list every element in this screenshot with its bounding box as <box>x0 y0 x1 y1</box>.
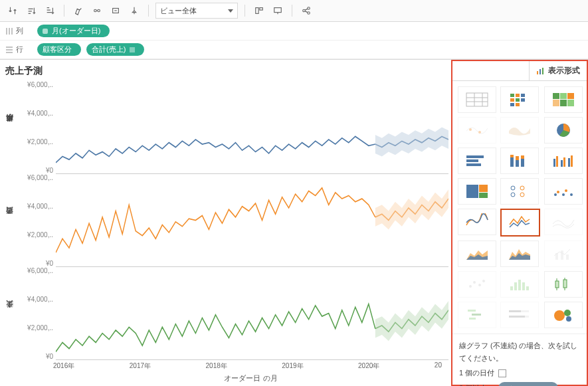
chart-type-table[interactable] <box>458 86 496 113</box>
svg-rect-18 <box>516 98 520 102</box>
svg-rect-46 <box>466 185 478 198</box>
svg-point-56 <box>565 189 567 192</box>
pill-month-orderdate[interactable]: 月(オーダー日) <box>37 25 110 37</box>
svg-rect-3 <box>256 8 258 14</box>
svg-rect-11 <box>539 69 541 74</box>
svg-point-29 <box>478 131 481 134</box>
svg-rect-15 <box>516 94 520 97</box>
svg-rect-26 <box>560 100 567 106</box>
svg-rect-14 <box>510 94 514 97</box>
line-plot[interactable] <box>56 81 448 174</box>
svg-rect-34 <box>510 157 514 167</box>
label-icon[interactable] <box>108 3 123 18</box>
svg-rect-25 <box>553 100 559 106</box>
chart-type-circle-views[interactable] <box>500 178 539 205</box>
line-plot[interactable] <box>56 267 448 360</box>
chart-type-bullet[interactable] <box>500 302 539 328</box>
chart-type-box-plot[interactable] <box>544 271 583 298</box>
sort-asc-icon[interactable] <box>24 3 39 18</box>
svg-point-62 <box>473 281 476 284</box>
chart-type-pie[interactable] <box>544 117 583 144</box>
chart-type-packed-bubbles[interactable] <box>544 302 583 328</box>
pill-customer-segment[interactable]: 顧客区分 <box>37 43 81 56</box>
view-fit-label: ビュー全体 <box>160 6 197 16</box>
view-fit-dropdown[interactable]: ビュー全体 <box>155 3 238 19</box>
y-axis: ¥6,000,..¥4,000,..¥2,000,..¥0 <box>15 174 56 267</box>
chevron-down-icon <box>228 9 233 13</box>
chart-type-grid <box>452 81 587 334</box>
svg-rect-59 <box>561 250 563 260</box>
svg-rect-16 <box>521 94 525 97</box>
svg-rect-47 <box>479 185 488 192</box>
svg-rect-37 <box>516 156 519 160</box>
svg-rect-72 <box>468 310 476 312</box>
sort-desc-icon[interactable] <box>43 3 57 18</box>
chart-type-side-by-side-bar[interactable] <box>544 147 583 174</box>
forecast-indicator-icon <box>130 47 135 52</box>
svg-rect-67 <box>518 280 521 290</box>
shelves: 列 月(オーダー日) 行 顧客区分 合計(売上) <box>0 22 588 60</box>
svg-point-53 <box>554 193 557 196</box>
svg-rect-44 <box>568 158 570 167</box>
line-plot[interactable] <box>56 174 448 267</box>
chart-type-area-continuous[interactable] <box>458 241 496 267</box>
chart-row: 小規模事業所¥6,000,..¥4,000,..¥2,000,..¥0 <box>4 81 448 174</box>
chart-type-scatter[interactable] <box>458 271 496 298</box>
chart-type-area-discrete[interactable] <box>500 241 539 267</box>
guidance-title: 線グラフ (不連続) の場合、次を試してください。 <box>459 339 580 364</box>
show-hide-cards-icon[interactable] <box>252 3 266 18</box>
svg-point-54 <box>557 191 559 193</box>
sheet-title[interactable]: 売上予測 <box>4 64 448 81</box>
svg-rect-65 <box>510 286 513 290</box>
svg-rect-66 <box>514 282 517 290</box>
svg-rect-10 <box>537 71 538 74</box>
chart-type-dual-line[interactable] <box>544 241 583 267</box>
chart-row: 大企業¥6,000,..¥4,000,..¥2,000,..¥0 <box>4 267 448 360</box>
svg-point-51 <box>520 186 524 190</box>
chart-type-gantt[interactable] <box>458 302 496 328</box>
chart-type-symbol-map[interactable] <box>458 117 496 144</box>
pin-icon[interactable] <box>127 3 142 18</box>
chart-type-filled-map[interactable] <box>500 117 539 144</box>
svg-rect-39 <box>521 155 524 159</box>
pill-sum-sales[interactable]: 合計(売上) <box>86 43 144 56</box>
svg-point-50 <box>511 193 515 197</box>
svg-point-81 <box>566 316 571 322</box>
share-icon[interactable] <box>299 3 314 18</box>
svg-rect-69 <box>526 286 529 290</box>
chart-type-highlight-table[interactable] <box>544 86 583 113</box>
chart-type-line-continuous[interactable] <box>458 209 496 235</box>
svg-rect-20 <box>510 103 514 106</box>
chart-type-hbar[interactable] <box>458 147 496 174</box>
date-field-icon <box>498 369 506 377</box>
rows-shelf-label: 行 <box>5 45 32 54</box>
svg-point-80 <box>564 310 571 316</box>
columns-shelf-label: 列 <box>5 26 32 36</box>
svg-rect-22 <box>553 93 559 99</box>
group-icon[interactable] <box>90 3 104 18</box>
chart-type-histogram[interactable] <box>500 271 539 298</box>
svg-point-55 <box>562 193 565 196</box>
chart-type-line-dim[interactable] <box>544 209 583 235</box>
svg-rect-12 <box>542 68 543 74</box>
show-me-tab[interactable]: 表示形式 <box>452 61 587 81</box>
svg-rect-31 <box>466 155 484 158</box>
chart-type-treemap[interactable] <box>458 178 496 205</box>
chart-type-line-discrete[interactable] <box>500 209 540 237</box>
svg-rect-9 <box>130 47 135 52</box>
highlight-icon[interactable] <box>71 3 86 18</box>
chart-type-stacked-bar[interactable] <box>500 147 539 174</box>
swap-icon[interactable] <box>5 3 20 18</box>
row-header: 小規模事業所 <box>4 81 15 174</box>
columns-shelf[interactable]: 列 月(オーダー日) <box>0 22 588 41</box>
svg-rect-74 <box>469 318 476 320</box>
visualization-area: 売上予測 小規模事業所¥6,000,..¥4,000,..¥2,000,..¥0… <box>0 60 451 386</box>
chart-type-heatmap[interactable] <box>500 86 539 113</box>
rows-shelf[interactable]: 行 顧客区分 合計(売上) <box>0 41 588 59</box>
svg-rect-5 <box>274 8 282 13</box>
toolbar: ビュー全体 <box>0 0 588 22</box>
svg-rect-78 <box>509 316 525 318</box>
svg-point-7 <box>308 7 310 10</box>
chart-type-side-by-side-circle[interactable] <box>544 178 583 205</box>
presentation-icon[interactable] <box>270 3 285 18</box>
